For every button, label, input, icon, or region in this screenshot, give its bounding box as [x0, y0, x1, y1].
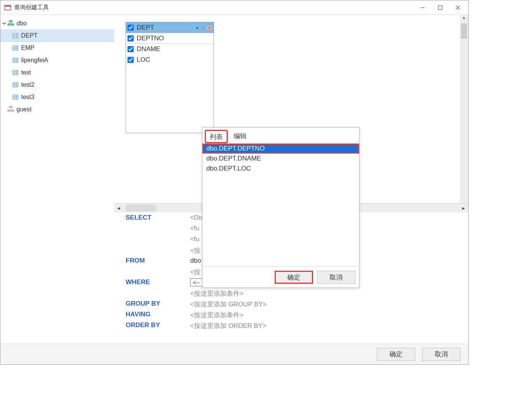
schema-node-dbo[interactable]: dbo: [0, 17, 114, 30]
func-placeholder[interactable]: <fu: [190, 235, 199, 243]
column-checkbox[interactable]: [128, 57, 134, 63]
table-node-emp[interactable]: EMP: [0, 42, 114, 54]
maximize-button[interactable]: [431, 2, 449, 14]
sql-where-keyword: WHERE: [126, 278, 190, 286]
column-checkbox[interactable]: [128, 35, 134, 41]
footer: 确定 取消: [0, 344, 468, 364]
query-builder-window: 查询创建工具 dbo DEPT EMP lipengfeiA: [0, 0, 469, 365]
table-label: lipengfeiA: [21, 57, 48, 64]
table-node-test3[interactable]: test3: [0, 91, 114, 103]
svg-rect-1: [5, 5, 11, 7]
close-button[interactable]: [449, 2, 467, 14]
having-placeholder[interactable]: <按这里添加条件>: [190, 311, 244, 319]
svg-rect-18: [13, 46, 18, 50]
list-item[interactable]: dbo.DEPT.DEPTNO: [202, 144, 359, 154]
sql-groupby-keyword: GROUP BY: [126, 300, 190, 308]
schema-icon: [7, 106, 14, 113]
from-value[interactable]: dbo: [190, 257, 201, 265]
table-node-lipengfeia[interactable]: lipengfeiA: [0, 54, 114, 66]
tab-list[interactable]: 列表: [205, 130, 228, 143]
minimize-icon[interactable]: -: [201, 26, 206, 30]
sql-select-keyword: SELECT: [126, 214, 190, 222]
list-item[interactable]: dbo.DEPT.LOC: [202, 164, 359, 174]
scroll-left-icon[interactable]: ◂: [114, 205, 123, 212]
column-row[interactable]: DEPTNO: [126, 33, 214, 44]
svg-rect-23: [13, 58, 18, 63]
svg-rect-38: [13, 95, 18, 99]
titlebar: 查询创建工具: [0, 0, 468, 15]
table-node-test2[interactable]: test2: [0, 79, 114, 91]
select-all-checkbox[interactable]: [128, 25, 134, 31]
column-name: DNAME: [137, 45, 160, 53]
column-row[interactable]: LOC: [126, 55, 214, 65]
chevron-down-icon[interactable]: [2, 21, 7, 26]
table-label: test3: [21, 94, 35, 101]
dialog-buttons: 确定 取消: [202, 266, 359, 288]
dialog-cancel-button[interactable]: 取消: [317, 271, 355, 284]
scroll-thumb[interactable]: [126, 205, 156, 212]
table-node-dept[interactable]: DEPT: [0, 30, 114, 42]
svg-rect-13: [13, 33, 18, 38]
column-listbox[interactable]: dbo.DEPT.DEPTNO dbo.DEPT.DNAME dbo.DEPT.…: [202, 144, 359, 266]
table-label: EMP: [21, 45, 35, 51]
sql-having-keyword: HAVING: [126, 311, 190, 318]
table-widget-title: DEPT: [137, 24, 154, 31]
groupby-placeholder[interactable]: <按这里添加 GROUP BY>: [190, 300, 267, 309]
add-placeholder[interactable]: <按: [190, 246, 201, 255]
sql-orderby-keyword: ORDER BY: [126, 321, 190, 329]
column-name: DEPTNO: [137, 35, 164, 42]
table-node-test[interactable]: test: [0, 66, 114, 79]
svg-rect-45: [11, 110, 14, 111]
column-row[interactable]: DNAME: [126, 44, 214, 55]
column-picker-dialog: 列表 编辑 dbo.DEPT.DEPTNO dbo.DEPT.DNAME dbo…: [202, 127, 360, 288]
table-icon: [12, 32, 19, 39]
func-placeholder[interactable]: <fu: [190, 225, 199, 232]
orderby-placeholder[interactable]: <按这里添加 ORDER BY>: [190, 321, 266, 330]
schema-label: dbo: [17, 20, 27, 27]
svg-rect-3: [438, 6, 442, 10]
close-icon[interactable]: ×: [207, 26, 212, 30]
svg-rect-44: [8, 110, 10, 111]
table-icon: [12, 57, 19, 64]
table-icon: [12, 94, 19, 101]
svg-rect-6: [9, 20, 12, 22]
svg-rect-33: [13, 83, 18, 87]
scroll-thumb[interactable]: [461, 23, 467, 39]
app-icon: [4, 4, 11, 11]
scroll-right-icon[interactable]: ▸: [459, 205, 468, 212]
scroll-up-icon[interactable]: ▴: [460, 15, 468, 23]
schema-node-guest[interactable]: guest: [0, 103, 114, 116]
list-item[interactable]: dbo.DEPT.DNAME: [202, 154, 359, 164]
svg-rect-8: [11, 24, 14, 25]
dialog-tabs: 列表 编辑: [202, 127, 359, 144]
add-placeholder[interactable]: <按: [190, 268, 201, 276]
dialog-ok-button[interactable]: 确定: [275, 271, 313, 284]
table-label: test2: [21, 81, 35, 88]
cancel-button[interactable]: 取消: [422, 348, 461, 361]
table-label: DEPT: [21, 32, 38, 39]
tab-edit[interactable]: 编辑: [229, 130, 251, 143]
table-widget-header[interactable]: DEPT ▾ - ×: [126, 22, 214, 33]
dropdown-icon[interactable]: ▾: [194, 26, 200, 30]
column-checkbox[interactable]: [128, 46, 134, 52]
table-icon: [12, 81, 19, 88]
sql-from-keyword: FROM: [126, 257, 190, 265]
minimize-button[interactable]: [414, 2, 431, 14]
table-icon: [12, 69, 19, 76]
table-widget-dept[interactable]: DEPT ▾ - × DEPTNO DNAME LOC: [126, 22, 214, 133]
schema-tree: dbo DEPT EMP lipengfeiA test test2: [0, 15, 114, 344]
table-label: test: [21, 69, 31, 76]
window-title: 查询创建工具: [14, 4, 414, 11]
svg-rect-43: [9, 106, 12, 108]
svg-rect-28: [13, 70, 18, 75]
schema-icon: [7, 20, 14, 27]
column-name: LOC: [137, 56, 150, 64]
vertical-scrollbar[interactable]: ▴: [460, 15, 468, 203]
schema-label: guest: [17, 106, 31, 113]
where-add-placeholder[interactable]: <按这里添加条件>: [190, 289, 244, 298]
table-icon: [12, 45, 19, 51]
ok-button[interactable]: 确定: [377, 348, 415, 361]
svg-rect-7: [8, 24, 10, 25]
